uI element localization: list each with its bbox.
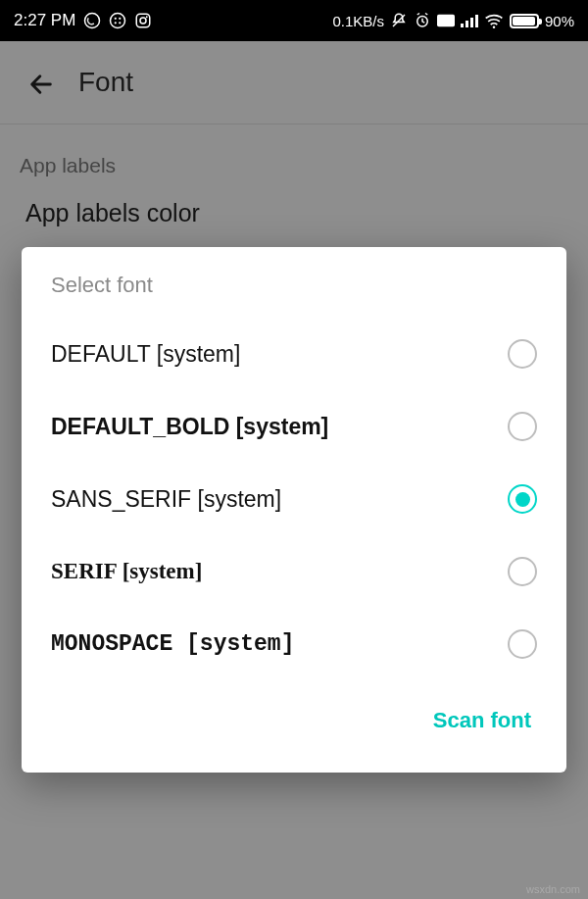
svg-point-16 (493, 25, 496, 28)
font-option-monospace[interactable]: MONOSPACE [system] (22, 608, 566, 680)
font-option-label: DEFAULT_BOLD [system] (51, 414, 328, 440)
svg-point-4 (115, 22, 117, 24)
signal-icon (461, 14, 478, 27)
radio-icon (508, 412, 537, 441)
battery-icon (510, 14, 539, 28)
status-right: 0.1KB/s 90% (332, 12, 574, 29)
svg-rect-14 (470, 18, 473, 27)
svg-rect-6 (137, 14, 151, 27)
font-option-label: SANS_SERIF [system] (51, 486, 281, 513)
svg-rect-13 (466, 21, 468, 27)
watermark: wsxdn.com (526, 883, 580, 895)
scan-font-button[interactable]: Scan font (427, 700, 537, 741)
status-battery-pct: 90% (545, 13, 574, 29)
svg-point-2 (115, 18, 117, 20)
status-time: 2:27 PM (14, 11, 75, 30)
svg-point-0 (85, 14, 100, 28)
volte-icon (437, 14, 455, 27)
font-option-serif[interactable]: SERIF [system] (22, 535, 566, 608)
svg-point-1 (111, 14, 125, 28)
font-options-list: DEFAULT [system] DEFAULT_BOLD [system] S… (22, 312, 566, 686)
radio-icon (508, 339, 537, 369)
font-option-label: SERIF [system] (51, 559, 202, 584)
svg-point-5 (119, 22, 121, 24)
select-font-dialog: Select font DEFAULT [system] DEFAULT_BOL… (22, 247, 566, 773)
svg-rect-12 (461, 24, 464, 27)
font-option-label: MONOSPACE [system] (51, 631, 294, 657)
status-datarate: 0.1KB/s (332, 13, 384, 29)
alarm-icon (414, 12, 431, 29)
status-left: 2:27 PM (14, 11, 152, 30)
wifi-icon (484, 13, 504, 28)
dialog-title: Select font (22, 273, 566, 312)
radio-icon (508, 629, 537, 659)
font-option-default[interactable]: DEFAULT [system] (22, 318, 566, 390)
svg-point-8 (146, 16, 148, 18)
svg-rect-11 (437, 15, 455, 27)
svg-rect-15 (475, 15, 478, 27)
svg-point-7 (140, 18, 146, 24)
mute-icon (390, 12, 408, 29)
instagram-icon (134, 12, 152, 29)
status-bar: 2:27 PM 0.1KB/s 90% (0, 0, 588, 41)
whatsapp-icon (83, 12, 101, 29)
svg-point-3 (119, 18, 121, 20)
radio-icon (508, 557, 537, 586)
radio-icon-selected (508, 484, 537, 514)
dialog-actions: Scan font (22, 686, 566, 759)
font-option-label: DEFAULT [system] (51, 341, 240, 368)
app-grid-icon (109, 12, 126, 29)
font-option-default-bold[interactable]: DEFAULT_BOLD [system] (22, 390, 566, 463)
font-option-sans-serif[interactable]: SANS_SERIF [system] (22, 463, 566, 535)
